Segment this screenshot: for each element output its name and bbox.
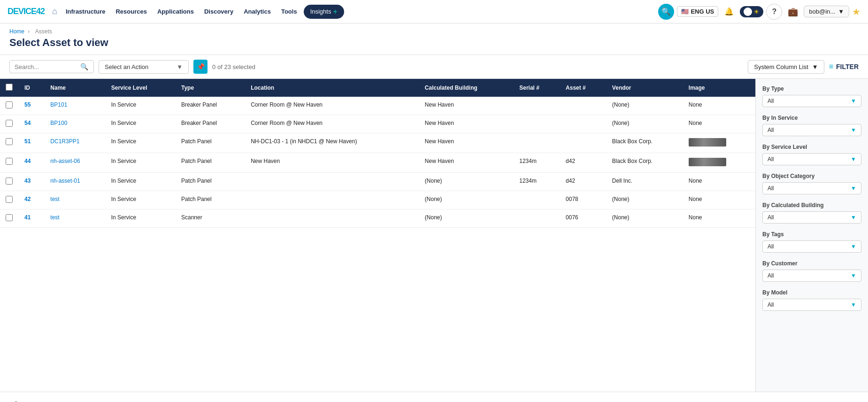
- col-vendor: Vendor: [607, 79, 683, 97]
- user-menu[interactable]: bob@in... ▼: [804, 6, 849, 17]
- asset-image: [683, 153, 755, 173]
- asset-asset-num: 0076: [560, 209, 607, 228]
- search-box[interactable]: 🔍: [9, 60, 94, 73]
- breadcrumb-home[interactable]: Home: [9, 28, 24, 35]
- asset-name[interactable]: nh-asset-06: [45, 153, 105, 173]
- filter-select[interactable]: All ▼: [762, 211, 861, 224]
- row-checkbox[interactable]: [6, 214, 13, 221]
- pin-button[interactable]: 📌: [193, 60, 207, 74]
- asset-name[interactable]: DC1R3PP1: [45, 133, 105, 153]
- asset-calc-building: New Haven: [419, 115, 514, 133]
- row-checkbox[interactable]: [6, 138, 13, 145]
- filter-select[interactable]: All ▼: [762, 270, 861, 282]
- nav-infrastructure[interactable]: Infrastructure: [62, 6, 109, 17]
- col-location: Location: [245, 79, 419, 97]
- chevron-down-icon: ▼: [812, 63, 818, 70]
- asset-id[interactable]: 44: [19, 153, 45, 173]
- col-calculated-building: Calculated Building: [419, 79, 514, 97]
- asset-image: [683, 133, 755, 153]
- asset-serial: 1234m: [514, 153, 560, 173]
- asset-service-level: In Service: [106, 209, 176, 228]
- row-checkbox[interactable]: [6, 178, 13, 185]
- filter-group: By In Service All ▼: [762, 115, 861, 136]
- row-checkbox[interactable]: [6, 101, 13, 108]
- asset-image: None: [683, 97, 755, 115]
- asset-type: Breaker Panel: [176, 97, 245, 115]
- search-input[interactable]: [15, 63, 80, 70]
- asset-name[interactable]: nh-asset-01: [45, 173, 105, 191]
- language-selector[interactable]: 🇺🇸 ENG US: [677, 6, 718, 17]
- table-row: 55 BP101 In Service Breaker Panel Corner…: [0, 97, 755, 115]
- nav-resources[interactable]: Resources: [112, 6, 150, 17]
- page-button[interactable]: 1: [9, 397, 23, 402]
- filter-select[interactable]: All ▼: [762, 124, 861, 136]
- asset-name[interactable]: BP101: [45, 97, 105, 115]
- asset-serial: [514, 115, 560, 133]
- table-area: ID Name Service Level Type Location Calc…: [0, 79, 755, 392]
- insights-button[interactable]: Insights +: [304, 5, 344, 19]
- asset-asset-num: d42: [560, 153, 607, 173]
- nav-tools[interactable]: Tools: [277, 6, 301, 17]
- asset-id[interactable]: 55: [19, 97, 45, 115]
- table-row: 41 test In Service Scanner (None) 0076 (…: [0, 209, 755, 228]
- logo: DEVICE42: [8, 7, 45, 16]
- filter-select[interactable]: All ▼: [762, 153, 861, 165]
- nav-applications[interactable]: Applications: [154, 6, 198, 17]
- asset-name[interactable]: test: [45, 209, 105, 228]
- asset-calc-building: New Haven: [419, 153, 514, 173]
- asset-asset-num: [560, 115, 607, 133]
- nav-discovery[interactable]: Discovery: [200, 6, 237, 17]
- favorites-button[interactable]: ★: [852, 6, 860, 17]
- filter-select[interactable]: All ▼: [762, 95, 861, 107]
- asset-id[interactable]: 54: [19, 115, 45, 133]
- asset-image: None: [683, 191, 755, 209]
- filter-group-label: By Type: [762, 85, 861, 92]
- filter-select[interactable]: All ▼: [762, 299, 861, 311]
- notifications-button[interactable]: 🔔: [721, 4, 737, 20]
- asset-serial: 1234m: [514, 173, 560, 191]
- filter-sidebar: By Type All ▼ By In Service All ▼ By Ser…: [755, 79, 868, 392]
- asset-vendor: (None): [607, 97, 683, 115]
- asset-id[interactable]: 51: [19, 133, 45, 153]
- filter-group-label: By Service Level: [762, 144, 861, 150]
- search-icon[interactable]: 🔍: [80, 63, 88, 70]
- row-checkbox[interactable]: [6, 120, 13, 127]
- home-icon[interactable]: ⌂: [52, 7, 57, 16]
- asset-serial: [514, 191, 560, 209]
- chevron-down-icon: ▼: [851, 214, 856, 221]
- asset-type: Patch Panel: [176, 133, 245, 153]
- asset-vendor: (None): [607, 115, 683, 133]
- filter-select[interactable]: All ▼: [762, 182, 861, 194]
- asset-vendor: Black Box Corp.: [607, 153, 683, 173]
- asset-name[interactable]: BP100: [45, 115, 105, 133]
- table-row: 44 nh-asset-06 In Service Patch Panel Ne…: [0, 153, 755, 173]
- asset-id[interactable]: 41: [19, 209, 45, 228]
- asset-image: None: [683, 209, 755, 228]
- asset-location: [245, 209, 419, 228]
- filter-button[interactable]: ≡ FILTER: [829, 62, 859, 71]
- chevron-down-icon: ▼: [851, 243, 856, 250]
- col-image: Image: [683, 79, 755, 97]
- asset-service-level: In Service: [106, 115, 176, 133]
- asset-type: Scanner: [176, 209, 245, 228]
- action-select[interactable]: Select an Action ▼: [99, 60, 189, 74]
- asset-image: None: [683, 115, 755, 133]
- filter-select[interactable]: All ▼: [762, 240, 861, 253]
- toolbar: 🔍 Select an Action ▼ 📌 0 of 23 selected …: [0, 55, 868, 79]
- row-checkbox[interactable]: [6, 158, 13, 165]
- asset-id[interactable]: 43: [19, 173, 45, 191]
- asset-service-level: In Service: [106, 97, 176, 115]
- row-checkbox[interactable]: [6, 196, 13, 203]
- help-button[interactable]: ?: [766, 4, 782, 20]
- filter-group: By Type All ▼: [762, 85, 861, 107]
- search-button[interactable]: 🔍: [658, 4, 674, 20]
- asset-service-level: In Service: [106, 173, 176, 191]
- column-list-button[interactable]: System Column List ▼: [748, 60, 824, 74]
- nav-analytics[interactable]: Analytics: [240, 6, 275, 17]
- theme-toggle[interactable]: ☀: [740, 6, 763, 17]
- asset-name[interactable]: test: [45, 191, 105, 209]
- filter-group-label: By Tags: [762, 231, 861, 238]
- asset-serial: [514, 209, 560, 228]
- asset-id[interactable]: 42: [19, 191, 45, 209]
- select-all-checkbox[interactable]: [6, 84, 13, 91]
